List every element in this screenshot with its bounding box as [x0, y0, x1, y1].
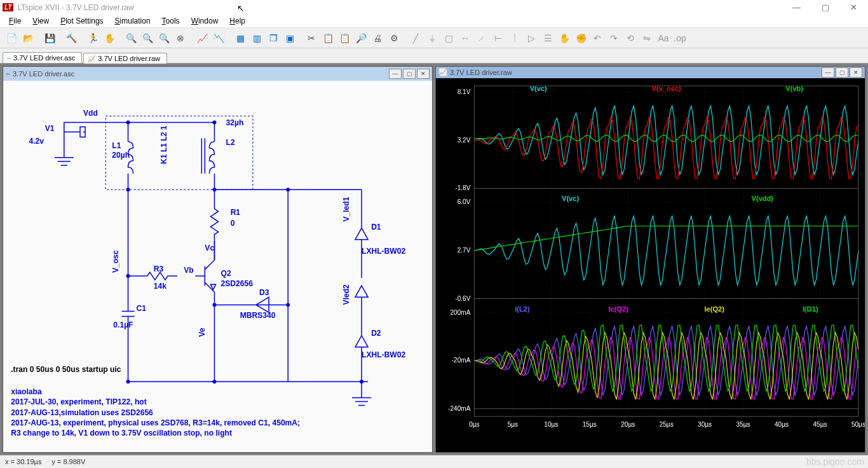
title-bar: LT LTspice XVII - 3.7V LED driver.raw — …: [0, 0, 868, 15]
svg-point-31: [126, 188, 130, 191]
app-logo: LT: [3, 3, 13, 11]
svg-text:20µh: 20µh: [112, 151, 130, 160]
svg-point-32: [212, 188, 216, 191]
tb-wire[interactable]: ╱: [408, 31, 423, 46]
tb-undo[interactable]: ↶: [590, 31, 605, 46]
svg-text:2SD2656: 2SD2656: [221, 279, 254, 288]
tb-ground[interactable]: ⏚: [424, 31, 440, 46]
svg-text:L2: L2: [226, 138, 235, 147]
tb-setup[interactable]: ⚙: [386, 31, 402, 46]
svg-text:-1.8V: -1.8V: [455, 184, 470, 191]
tb-run[interactable]: 🏃: [85, 31, 100, 46]
tb-spice[interactable]: .op: [672, 31, 688, 46]
svg-text:Ie(Q2): Ie(Q2): [705, 305, 725, 312]
tb-paste[interactable]: 📋: [337, 31, 352, 46]
tb-move[interactable]: ✋: [557, 31, 572, 46]
tb-pan[interactable]: 🔍: [140, 31, 155, 46]
mdi-close[interactable]: ✕: [417, 69, 430, 79]
tb-rotate[interactable]: ⟲: [623, 31, 638, 46]
svg-text:MBRS340: MBRS340: [240, 311, 276, 320]
svg-text:0: 0: [231, 219, 235, 228]
window-title: LTspice XVII - 3.7V LED driver.raw: [17, 3, 133, 12]
svg-text:xiaolaba: xiaolaba: [11, 387, 42, 396]
waveform-icon: 📈: [438, 68, 447, 76]
svg-text:LXHL-BW02: LXHL-BW02: [362, 350, 405, 359]
menu-bar: File View Plot Settings Simulation Tools…: [0, 15, 868, 28]
svg-text:K1 L1 L2 1: K1 L1 L2 1: [159, 125, 168, 164]
svg-text:50µs: 50µs: [851, 421, 865, 428]
svg-text:4.2v: 4.2v: [29, 137, 44, 146]
tb-tile-h[interactable]: ▦: [233, 31, 248, 46]
close-button[interactable]: ✕: [839, 0, 868, 15]
workspace: ⎓ 3.7V LED driver.asc —▢✕ V1 4.2v Vdd L1…: [0, 64, 868, 455]
menu-plot-settings[interactable]: Plot Settings: [55, 15, 108, 27]
minimize-button[interactable]: —: [782, 0, 811, 15]
wmdi-close[interactable]: ✕: [850, 67, 862, 78]
mdi-min[interactable]: —: [389, 69, 402, 79]
tb-zoom-fit[interactable]: ⊗: [173, 31, 188, 46]
tb-print[interactable]: 🖨: [370, 31, 385, 46]
mdi-max[interactable]: ▢: [403, 69, 416, 79]
svg-text:Vc: Vc: [205, 244, 214, 252]
tb-save[interactable]: 💾: [42, 31, 57, 46]
menu-help[interactable]: Help: [224, 15, 250, 27]
svg-text:V_led1: V_led1: [342, 196, 351, 221]
tb-open[interactable]: 📂: [20, 31, 36, 46]
svg-text:C1: C1: [137, 304, 147, 313]
tb-drag[interactable]: ✊: [573, 31, 588, 46]
tb-halt[interactable]: ✋: [102, 31, 117, 46]
tb-zoom-out[interactable]: 🔍: [156, 31, 172, 46]
svg-text:14k: 14k: [154, 282, 166, 291]
toolbar: 📄 📂 💾 🔨 🏃 ✋ 🔍 🔍 🔍 ⊗ 📈 📉 ▦ ▥ ❐ ▣ ✂ 📋 📋 🔎 …: [0, 28, 868, 48]
menu-window[interactable]: Window: [186, 15, 224, 27]
tb-cut[interactable]: ✂: [304, 31, 319, 46]
tb-pick[interactable]: 📉: [211, 31, 226, 46]
status-x: x = 30.19µs: [5, 458, 41, 465]
tb-copy[interactable]: 📋: [320, 31, 336, 46]
tb-resistor[interactable]: ⟋: [474, 31, 489, 46]
svg-text:8.1V: 8.1V: [458, 88, 471, 95]
waveform-canvas[interactable]: 0µs5µs10µs15µs20µs25µs30µs35µs40µs45µs50…: [436, 78, 865, 452]
tb-zoom-in[interactable]: 🔍: [123, 31, 139, 46]
tb-diode[interactable]: ▷: [524, 31, 539, 46]
svg-text:D3: D3: [259, 288, 269, 297]
tb-tile-v[interactable]: ▥: [249, 31, 264, 46]
svg-text:45µs: 45µs: [813, 421, 827, 428]
svg-text:200mA: 200mA: [451, 308, 471, 315]
maximize-button[interactable]: ▢: [811, 0, 839, 15]
tb-find[interactable]: 🔎: [353, 31, 369, 46]
tab-schematic[interactable]: ⎓3.7V LED driver.asc: [3, 52, 82, 63]
tb-inductor[interactable]: ⦚: [507, 31, 522, 46]
svg-text:V1: V1: [45, 124, 55, 133]
menu-simulation[interactable]: Simulation: [110, 15, 156, 27]
menu-view[interactable]: View: [27, 15, 54, 27]
tb-label[interactable]: ▢: [441, 31, 456, 46]
svg-point-36: [286, 303, 290, 306]
waveform-window: 📈 3.7V LED driver.raw —▢✕ 0µs5µs10µs15µs…: [435, 66, 865, 453]
tb-new[interactable]: 📄: [4, 31, 19, 46]
schematic-titlebar[interactable]: ⎓ 3.7V LED driver.asc —▢✕: [3, 67, 432, 81]
schematic-window: ⎓ 3.7V LED driver.asc —▢✕ V1 4.2v Vdd L1…: [3, 66, 433, 453]
schematic-canvas[interactable]: V1 4.2v Vdd L1 20µh K1 L1 L2 1 32µh L2 R…: [3, 81, 432, 452]
tb-autorange[interactable]: 📈: [194, 31, 210, 46]
menu-file[interactable]: File: [4, 15, 26, 27]
tb-cascade[interactable]: ❐: [266, 31, 281, 46]
tb-text[interactable]: Aa: [656, 31, 671, 46]
svg-text:2017-AUG-13, experiment, physi: 2017-AUG-13, experiment, physical uses 2…: [11, 418, 300, 427]
wmdi-min[interactable]: —: [822, 67, 834, 78]
svg-text:R1: R1: [231, 208, 241, 217]
wmdi-max[interactable]: ▢: [836, 67, 848, 78]
tb-capacitor[interactable]: ⊢: [491, 31, 506, 46]
waveform-titlebar[interactable]: 📈 3.7V LED driver.raw —▢✕: [436, 67, 865, 78]
tb-close-all[interactable]: ▣: [282, 31, 297, 46]
tab-waveform[interactable]: 📈3.7V LED driver.raw: [83, 53, 167, 64]
svg-text:.tran 0 50us 0 50us startup ui: .tran 0 50us 0 50us startup uic: [11, 365, 121, 374]
tb-component[interactable]: ☰: [540, 31, 555, 46]
tb-mirror[interactable]: ⇋: [639, 31, 654, 46]
tb-redo[interactable]: ↷: [606, 31, 621, 46]
tb-hammer[interactable]: 🔨: [64, 31, 79, 46]
svg-text:Q2: Q2: [221, 269, 231, 278]
tb-net[interactable]: ↔: [458, 31, 473, 46]
menu-tools[interactable]: Tools: [157, 15, 185, 27]
svg-point-37: [126, 380, 130, 383]
